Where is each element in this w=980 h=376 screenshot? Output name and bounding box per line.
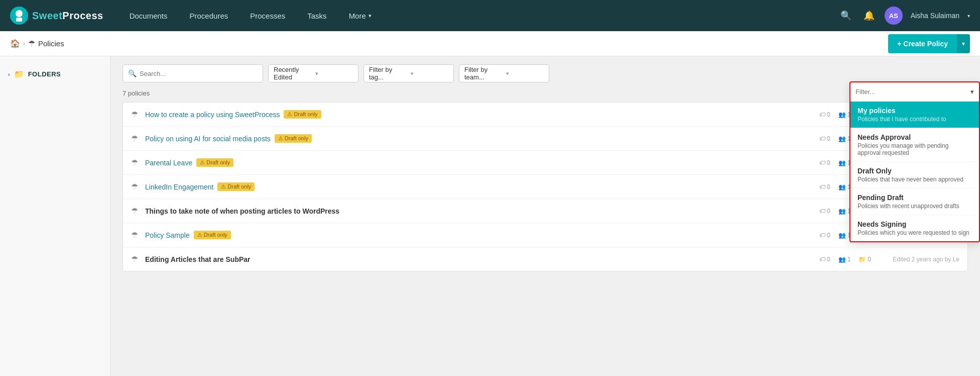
dropdown-item-title: Needs Signing (858, 220, 972, 228)
filter-team-label: Filter by team... (464, 66, 502, 81)
draft-badge: ⚠ Draft only (194, 231, 231, 239)
meta-tags: 🏷 0 (819, 159, 830, 166)
nav-items: Documents Procedures Processes Tasks Mor… (118, 0, 838, 31)
dropdown-item-needs-approval[interactable]: Needs ApprovalPolicies you manage with p… (850, 128, 979, 162)
policy-row[interactable]: ☂Policy Sample⚠ Draft only 🏷 0 👥 1 📁 0 E… (123, 223, 967, 247)
tag-icon: 🏷 (819, 159, 825, 166)
policy-name: LinkedIn Engagement⚠ Draft only (145, 182, 819, 191)
dropdown-item-title: My policies (858, 107, 972, 115)
home-icon[interactable]: 🏠 (10, 39, 20, 48)
dropdown-item-title: Draft Only (858, 167, 972, 175)
policy-icon: ☂ (131, 206, 141, 216)
create-policy-dropdown-button[interactable]: ▾ (957, 34, 970, 53)
breadcrumb-separator: › (23, 40, 25, 47)
main-layout: › 📁 FOLDERS 🔍 Recently Edited ▾ Filter b… (0, 56, 980, 376)
breadcrumb: 🏠 › ☂ Policies (10, 39, 64, 48)
meta-folders: 📁 0 (859, 256, 871, 263)
dropdown-item-my-policies[interactable]: My policiesPolicies that I have contribu… (850, 102, 979, 128)
policy-row[interactable]: ☂Things to take note of when posting art… (123, 199, 967, 223)
filter-team-arrow-icon: ▾ (506, 70, 544, 77)
create-policy-button[interactable]: + Create Policy (888, 34, 957, 53)
search-icon[interactable]: 🔍 (838, 8, 853, 23)
dropdown-item-pending-draft[interactable]: Pending DraftPolicies with recent unappr… (850, 189, 979, 215)
policy-row[interactable]: ☂Editing Articles that are SubPar 🏷 0 👥 … (123, 247, 967, 271)
dropdown-item-desc: Policies that have never been approved (858, 176, 972, 183)
policy-row[interactable]: ☂Parental Leave⚠ Draft only 🏷 0 👥 1 📁 0 … (123, 151, 967, 175)
policy-row[interactable]: ☂LinkedIn Engagement⚠ Draft only 🏷 0 👥 1… (123, 175, 967, 199)
tag-icon: 🏷 (819, 232, 825, 239)
dropdown-item-desc: Policies which you were requested to sig… (858, 229, 972, 236)
members-icon: 👥 (838, 256, 846, 263)
search-icon: 🔍 (128, 69, 137, 77)
draft-badge: ⚠ Draft only (196, 158, 233, 167)
policy-name: Policy on using AI for social media post… (145, 134, 819, 143)
meta-members: 👥 1 (838, 159, 851, 166)
nav-right: 🔍 🔔 AS Aisha Sulaiman ▾ (838, 7, 970, 25)
members-icon: 👥 (838, 208, 846, 215)
bell-icon[interactable]: 🔔 (862, 8, 877, 23)
filter-by-team[interactable]: Filter by team... ▾ (459, 64, 549, 82)
dropdown-item-desc: Policies that I have contributed to (858, 116, 972, 123)
meta-tags: 🏷 0 (819, 183, 830, 191)
policy-list: ☂How to create a policy using SweetProce… (122, 102, 968, 271)
sidebar-folder-icon: 📁 (14, 69, 24, 79)
meta-tags: 🏷 0 (819, 111, 830, 118)
sidebar-folders-label: FOLDERS (28, 70, 61, 78)
draft-badge: ⚠ Draft only (284, 110, 321, 119)
policy-row[interactable]: ☂How to create a policy using SweetProce… (123, 103, 967, 127)
recently-edited-label: Recently Edited (274, 66, 311, 81)
members-icon: 👥 (838, 183, 846, 191)
filter-tag-label: Filter by tag... (369, 66, 407, 81)
filter-by-tag[interactable]: Filter by tag... ▾ (363, 64, 454, 82)
more-chevron-icon: ▾ (369, 13, 372, 19)
nav-item-procedures[interactable]: Procedures (179, 0, 239, 31)
policy-icon: ☂ (131, 230, 141, 240)
meta-members: 👥 1 (838, 208, 851, 215)
nav-item-processes[interactable]: Processes (239, 0, 296, 31)
dropdown-item-draft-only[interactable]: Draft OnlyPolicies that have never been … (850, 162, 979, 189)
dropdown-arrow-icon[interactable]: ▾ (970, 88, 974, 96)
dropdown-filter-input[interactable] (855, 88, 970, 96)
draft-badge: ⚠ Draft only (275, 134, 312, 143)
policy-icon: ☂ (131, 182, 141, 192)
meta-members: 👥 1 (838, 183, 851, 191)
policy-name: Editing Articles that are SubPar (145, 255, 819, 263)
svg-point-1 (16, 10, 23, 17)
sidebar-item-folders[interactable]: › 📁 FOLDERS (0, 64, 110, 84)
meta-tags: 🏷 0 (819, 208, 830, 215)
search-box: 🔍 (122, 64, 263, 82)
dropdown-filter-box: ▾ (850, 82, 979, 102)
dropdown-item-needs-signing[interactable]: Needs SigningPolicies which you were req… (850, 215, 979, 241)
user-name[interactable]: Aisha Sulaiman (911, 12, 959, 20)
policy-icon: ☂ (131, 254, 141, 264)
policies-icon: ☂ (28, 39, 35, 48)
folder-icon: 📁 (859, 256, 866, 263)
dropdown-item-title: Needs Approval (858, 133, 972, 141)
filter-bar: 🔍 Recently Edited ▾ Filter by tag... ▾ F… (122, 64, 968, 82)
breadcrumb-bar: 🏠 › ☂ Policies + Create Policy ▾ (0, 31, 980, 56)
tag-icon: 🏷 (819, 208, 825, 215)
nav-item-documents[interactable]: Documents (118, 0, 179, 31)
tag-icon: 🏷 (819, 183, 825, 191)
avatar: AS (885, 7, 903, 25)
user-dropdown-arrow[interactable]: ▾ (967, 13, 970, 19)
logo[interactable]: SweetProcess (10, 7, 103, 25)
policy-row[interactable]: ☂Policy on using AI for social media pos… (123, 127, 967, 151)
search-input[interactable] (140, 70, 258, 77)
page-title: Policies (38, 39, 64, 48)
policy-name: Things to take note of when posting arti… (145, 207, 819, 215)
create-policy-group: + Create Policy ▾ (888, 34, 970, 53)
meta-edited: Edited 2 years ago by Le (879, 256, 959, 263)
nav-item-more[interactable]: More ▾ (338, 0, 383, 31)
recently-edited-filter[interactable]: Recently Edited ▾ (268, 64, 358, 82)
draft-badge: ⚠ Draft only (217, 182, 255, 191)
svg-rect-2 (16, 18, 22, 22)
dropdown-items: My policiesPolicies that I have contribu… (850, 102, 979, 241)
dropdown-item-desc: Policies you manage with pending approva… (858, 142, 972, 156)
meta-tags: 🏷 0 (819, 135, 830, 142)
recently-edited-arrow-icon: ▾ (315, 70, 353, 77)
nav-item-tasks[interactable]: Tasks (296, 0, 337, 31)
navbar: SweetProcess Documents Procedures Proces… (0, 0, 980, 31)
members-icon: 👥 (838, 135, 846, 142)
tag-icon: 🏷 (819, 111, 825, 118)
